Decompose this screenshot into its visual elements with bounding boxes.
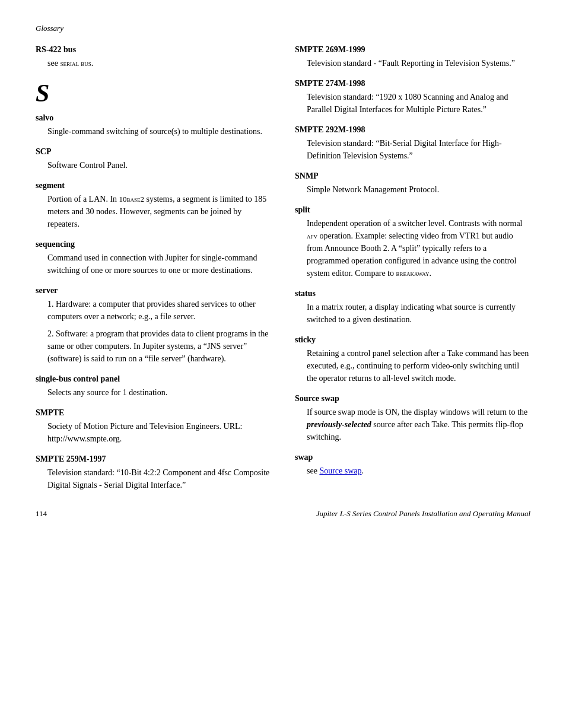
def-single-bus: Selects any source for 1 destination. [36,386,271,399]
def-smpte292: Television standard: “Bit-Serial Digital… [295,137,530,162]
def-smpte: Society of Motion Picture and Television… [36,420,271,445]
term-rs422: RS-422 bus [36,45,271,55]
def-status: In a matrix router, a display indicating… [295,301,530,326]
section-letter-s: S [36,79,271,107]
entry-smpte269: SMPTE 269M-1999 Television standard - “F… [295,45,530,69]
page-footer: 114 Jupiter L-S Series Control Panels In… [36,509,530,519]
term-smpte292: SMPTE 292M-1998 [295,125,530,135]
bold-italic-previously-selected: previously-selected [307,420,371,429]
term-smpte269: SMPTE 269M-1999 [295,45,530,55]
content-columns: RS-422 bus see serial bus. S salvo Singl… [36,45,530,501]
entry-smpte: SMPTE Society of Motion Picture and Tele… [36,408,271,445]
term-scp: SCP [36,147,271,157]
def-segment: Portion of a LAN. In 10base2 systems, a … [36,193,271,230]
def-server-2: 2. Software: a program that provides dat… [36,328,271,365]
entry-source-swap: Source swap If source swap mode is ON, t… [295,394,530,443]
small-caps-serial-bus: serial bus [60,59,91,68]
entry-salvo: salvo Single-command switching of source… [36,113,271,138]
def-sequencing: Command used in connection with Jupiter … [36,252,271,276]
def-server-1: 1. Hardware: a computer that provides sh… [36,298,271,323]
def-salvo: Single-command switching of source(s) to… [36,125,271,138]
right-column: SMPTE 269M-1999 Television standard - “F… [295,45,530,501]
entry-scp: SCP Software Control Panel. [36,147,271,171]
def-swap: see Source swap. [295,465,530,477]
def-sticky: Retaining a control panel selection afte… [295,347,530,384]
term-server: server [36,286,271,295]
small-caps-10base2: 10base2 [119,195,145,204]
entry-segment: segment Portion of a LAN. In 10base2 sys… [36,181,271,230]
def-snmp: Simple Network Management Protocol. [295,183,530,196]
page: Glossary RS-422 bus see serial bus. S sa… [0,0,566,536]
def-split: Independent operation of a switcher leve… [295,217,530,279]
term-split: split [295,205,530,215]
entry-rs422: RS-422 bus see serial bus. [36,45,271,69]
small-caps-afv: afv [307,231,317,240]
entry-server: server 1. Hardware: a computer that prov… [36,286,271,365]
def-scp: Software Control Panel. [36,159,271,171]
def-source-swap: If source swap mode is ON, the display w… [295,406,530,443]
term-smpte274: SMPTE 274M-1998 [295,79,530,88]
small-caps-breakaway: breakaway [396,269,429,278]
def-smpte274: Television standard: “1920 x 1080 Scanni… [295,91,530,116]
def-smpte259: Television standard: “10-Bit 4:2:2 Compo… [36,466,271,491]
left-column: RS-422 bus see serial bus. S salvo Singl… [36,45,271,501]
entry-smpte259: SMPTE 259M-1997 Television standard: “10… [36,454,271,491]
entry-status: status In a matrix router, a display ind… [295,289,530,326]
term-smpte: SMPTE [36,408,271,418]
term-smpte259: SMPTE 259M-1997 [36,454,271,464]
entry-single-bus: single-bus control panel Selects any sou… [36,374,271,399]
page-header: Glossary [36,24,530,33]
page-number: 114 [36,509,47,519]
entry-sequencing: sequencing Command used in connection wi… [36,240,271,276]
term-salvo: salvo [36,113,271,123]
term-single-bus: single-bus control panel [36,374,271,384]
term-segment: segment [36,181,271,190]
entry-smpte292: SMPTE 292M-1998 Television standard: “Bi… [295,125,530,162]
term-status: status [295,289,530,298]
def-smpte269: Television standard - “Fault Reporting i… [295,57,530,69]
entry-snmp: SNMP Simple Network Management Protocol. [295,171,530,196]
footer-title: Jupiter L-S Series Control Panels Instal… [316,509,530,519]
entry-swap: swap see Source swap. [295,453,530,477]
entry-smpte274: SMPTE 274M-1998 Television standard: “19… [295,79,530,116]
entry-split: split Independent operation of a switche… [295,205,530,279]
term-sticky: sticky [295,335,530,345]
def-rs422: see serial bus. [36,57,271,69]
term-source-swap: Source swap [295,394,530,403]
entry-sticky: sticky Retaining a control panel selecti… [295,335,530,384]
term-swap: swap [295,453,530,462]
term-sequencing: sequencing [36,240,271,249]
link-source-swap[interactable]: Source swap [319,466,361,475]
term-snmp: SNMP [295,171,530,181]
